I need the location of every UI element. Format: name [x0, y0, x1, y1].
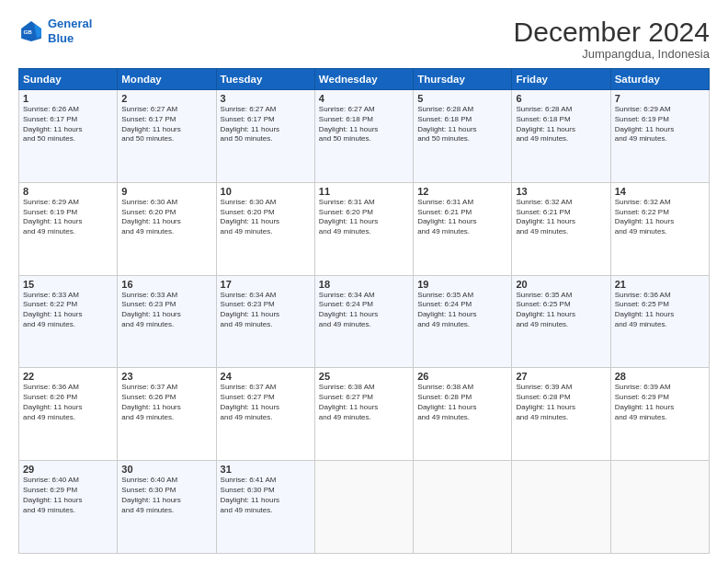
- page: GB General Blue December 2024 Jumpangdua…: [0, 0, 728, 563]
- calendar-week-row: 1Sunrise: 6:26 AMSunset: 6:17 PMDaylight…: [19, 90, 710, 183]
- day-number: 25: [319, 371, 409, 382]
- calendar-day-cell: 11Sunrise: 6:31 AMSunset: 6:20 PMDayligh…: [314, 182, 413, 275]
- day-info: Sunrise: 6:30 AMSunset: 6:20 PMDaylight:…: [221, 198, 311, 237]
- day-info: Sunrise: 6:27 AMSunset: 6:17 PMDaylight:…: [221, 105, 311, 144]
- day-info: Sunrise: 6:29 AMSunset: 6:19 PMDaylight:…: [615, 105, 705, 144]
- day-number: 26: [417, 371, 507, 382]
- calendar-day-cell: 20Sunrise: 6:35 AMSunset: 6:25 PMDayligh…: [512, 275, 610, 368]
- calendar-day-header: Friday: [512, 69, 610, 90]
- day-number: 31: [221, 464, 311, 475]
- day-number: 21: [615, 279, 705, 290]
- day-number: 13: [516, 186, 606, 197]
- day-number: 5: [417, 93, 507, 104]
- day-info: Sunrise: 6:40 AMSunset: 6:30 PMDaylight:…: [121, 476, 211, 515]
- calendar-week-row: 15Sunrise: 6:33 AMSunset: 6:22 PMDayligh…: [19, 275, 710, 368]
- day-info: Sunrise: 6:27 AMSunset: 6:18 PMDaylight:…: [319, 105, 409, 144]
- calendar-header-row: SundayMondayTuesdayWednesdayThursdayFrid…: [19, 69, 710, 90]
- day-info: Sunrise: 6:34 AMSunset: 6:24 PMDaylight:…: [319, 291, 409, 330]
- day-number: 15: [23, 279, 113, 290]
- calendar-day-cell: 19Sunrise: 6:35 AMSunset: 6:24 PMDayligh…: [414, 275, 512, 368]
- calendar-week-row: 8Sunrise: 6:29 AMSunset: 6:19 PMDaylight…: [19, 182, 710, 275]
- day-number: 12: [417, 186, 507, 197]
- day-info: Sunrise: 6:34 AMSunset: 6:23 PMDaylight:…: [221, 291, 311, 330]
- day-info: Sunrise: 6:31 AMSunset: 6:20 PMDaylight:…: [319, 198, 409, 237]
- logo-line1: General: [48, 17, 92, 30]
- calendar-day-cell: 26Sunrise: 6:38 AMSunset: 6:28 PMDayligh…: [414, 368, 512, 461]
- day-number: 22: [23, 371, 113, 382]
- day-number: 10: [221, 186, 311, 197]
- day-info: Sunrise: 6:27 AMSunset: 6:17 PMDaylight:…: [121, 105, 211, 144]
- day-number: 24: [221, 371, 311, 382]
- day-info: Sunrise: 6:40 AMSunset: 6:29 PMDaylight:…: [23, 476, 113, 515]
- main-title: December 2024: [514, 17, 710, 47]
- day-info: Sunrise: 6:39 AMSunset: 6:29 PMDaylight:…: [615, 383, 705, 422]
- calendar-day-cell: 15Sunrise: 6:33 AMSunset: 6:22 PMDayligh…: [19, 275, 118, 368]
- calendar-day-cell: 14Sunrise: 6:32 AMSunset: 6:22 PMDayligh…: [610, 182, 709, 275]
- calendar-day-cell: 17Sunrise: 6:34 AMSunset: 6:23 PMDayligh…: [216, 275, 314, 368]
- calendar-day-cell: 5Sunrise: 6:28 AMSunset: 6:18 PMDaylight…: [414, 90, 512, 183]
- day-number: 4: [319, 93, 409, 104]
- calendar-day-cell: 24Sunrise: 6:37 AMSunset: 6:27 PMDayligh…: [216, 368, 314, 461]
- day-info: Sunrise: 6:33 AMSunset: 6:22 PMDaylight:…: [23, 291, 113, 330]
- calendar-day-cell: [314, 461, 413, 554]
- header: GB General Blue December 2024 Jumpangdua…: [18, 17, 710, 61]
- calendar-table: SundayMondayTuesdayWednesdayThursdayFrid…: [18, 68, 710, 554]
- calendar-day-cell: 3Sunrise: 6:27 AMSunset: 6:17 PMDaylight…: [216, 90, 314, 183]
- calendar-day-cell: 9Sunrise: 6:30 AMSunset: 6:20 PMDaylight…: [118, 182, 216, 275]
- day-info: Sunrise: 6:30 AMSunset: 6:20 PMDaylight:…: [121, 198, 211, 237]
- calendar-day-header: Wednesday: [314, 69, 413, 90]
- calendar-week-row: 22Sunrise: 6:36 AMSunset: 6:26 PMDayligh…: [19, 368, 710, 461]
- calendar-day-header: Tuesday: [216, 69, 314, 90]
- day-number: 11: [319, 186, 409, 197]
- calendar-day-cell: [610, 461, 709, 554]
- day-info: Sunrise: 6:28 AMSunset: 6:18 PMDaylight:…: [417, 105, 507, 144]
- calendar-day-cell: 23Sunrise: 6:37 AMSunset: 6:26 PMDayligh…: [118, 368, 216, 461]
- calendar-week-row: 29Sunrise: 6:40 AMSunset: 6:29 PMDayligh…: [19, 461, 710, 554]
- day-number: 2: [121, 93, 211, 104]
- calendar-day-cell: 8Sunrise: 6:29 AMSunset: 6:19 PMDaylight…: [19, 182, 118, 275]
- day-info: Sunrise: 6:35 AMSunset: 6:24 PMDaylight:…: [417, 291, 507, 330]
- day-number: 3: [221, 93, 311, 104]
- day-number: 18: [319, 279, 409, 290]
- day-info: Sunrise: 6:32 AMSunset: 6:21 PMDaylight:…: [516, 198, 606, 237]
- calendar-day-header: Monday: [118, 69, 216, 90]
- day-number: 6: [516, 93, 606, 104]
- logo-icon: GB: [18, 18, 44, 44]
- day-info: Sunrise: 6:36 AMSunset: 6:26 PMDaylight:…: [23, 383, 113, 422]
- svg-text:GB: GB: [23, 29, 32, 35]
- calendar-day-cell: 31Sunrise: 6:41 AMSunset: 6:30 PMDayligh…: [216, 461, 314, 554]
- day-info: Sunrise: 6:36 AMSunset: 6:25 PMDaylight:…: [615, 291, 705, 330]
- calendar-day-header: Saturday: [610, 69, 709, 90]
- day-info: Sunrise: 6:37 AMSunset: 6:27 PMDaylight:…: [221, 383, 311, 422]
- calendar-day-cell: [414, 461, 512, 554]
- calendar-day-cell: 6Sunrise: 6:28 AMSunset: 6:18 PMDaylight…: [512, 90, 610, 183]
- calendar-day-header: Sunday: [19, 69, 118, 90]
- calendar-day-header: Thursday: [414, 69, 512, 90]
- day-number: 16: [121, 279, 211, 290]
- calendar-day-cell: 28Sunrise: 6:39 AMSunset: 6:29 PMDayligh…: [610, 368, 709, 461]
- day-info: Sunrise: 6:32 AMSunset: 6:22 PMDaylight:…: [615, 198, 705, 237]
- calendar-day-cell: 27Sunrise: 6:39 AMSunset: 6:28 PMDayligh…: [512, 368, 610, 461]
- day-number: 7: [615, 93, 705, 104]
- day-number: 29: [23, 464, 113, 475]
- day-number: 23: [121, 371, 211, 382]
- calendar-day-cell: 2Sunrise: 6:27 AMSunset: 6:17 PMDaylight…: [118, 90, 216, 183]
- day-number: 30: [121, 464, 211, 475]
- day-info: Sunrise: 6:26 AMSunset: 6:17 PMDaylight:…: [23, 105, 113, 144]
- day-number: 1: [23, 93, 113, 104]
- subtitle: Jumpangdua, Indonesia: [514, 47, 710, 61]
- logo: GB General Blue: [18, 17, 92, 45]
- day-number: 19: [417, 279, 507, 290]
- calendar-day-cell: [512, 461, 610, 554]
- day-number: 28: [615, 371, 705, 382]
- day-info: Sunrise: 6:28 AMSunset: 6:18 PMDaylight:…: [516, 105, 606, 144]
- day-info: Sunrise: 6:35 AMSunset: 6:25 PMDaylight:…: [516, 291, 606, 330]
- calendar-day-cell: 22Sunrise: 6:36 AMSunset: 6:26 PMDayligh…: [19, 368, 118, 461]
- calendar-day-cell: 16Sunrise: 6:33 AMSunset: 6:23 PMDayligh…: [118, 275, 216, 368]
- logo-line2: Blue: [48, 31, 74, 45]
- logo-text: General Blue: [48, 17, 92, 45]
- day-number: 20: [516, 279, 606, 290]
- day-number: 14: [615, 186, 705, 197]
- day-info: Sunrise: 6:31 AMSunset: 6:21 PMDaylight:…: [417, 198, 507, 237]
- calendar-day-cell: 30Sunrise: 6:40 AMSunset: 6:30 PMDayligh…: [118, 461, 216, 554]
